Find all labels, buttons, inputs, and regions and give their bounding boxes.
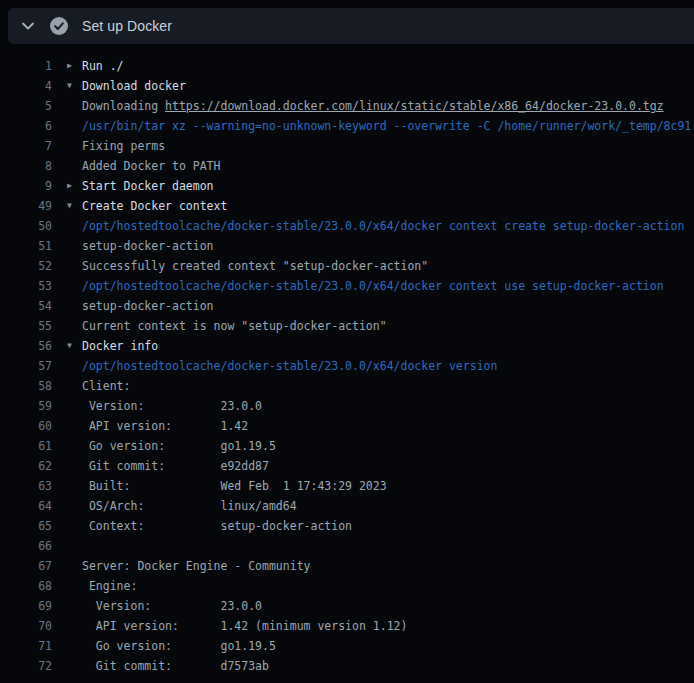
log-line: 66 [0, 536, 694, 556]
log-text: Start Docker daemon [82, 176, 214, 196]
log-text: /opt/hostedtoolcache/docker-stable/23.0.… [82, 356, 497, 376]
log-text: Go version: go1.19.5 [82, 436, 276, 456]
line-number-link[interactable]: 49 [8, 196, 52, 216]
marker-spacer [52, 136, 82, 156]
log-line: 58Client: [0, 376, 694, 396]
marker-spacer [52, 556, 82, 576]
line-number-link[interactable]: 9 [8, 176, 52, 196]
log-text: Git commit: e92dd87 [82, 456, 269, 476]
line-number-link[interactable]: 66 [8, 536, 52, 556]
line-number-link[interactable]: 58 [8, 376, 52, 396]
log-text: Engine: [82, 576, 137, 596]
line-number-link[interactable]: 59 [8, 396, 52, 416]
log-line: 51setup-docker-action [0, 236, 694, 256]
line-number-link[interactable]: 62 [8, 456, 52, 476]
actions-log-page: { "header": { "title": "Set up Docker", … [0, 0, 694, 683]
step-title: Set up Docker [82, 18, 172, 34]
marker-spacer [52, 256, 82, 276]
log-lines: 1▶Run ./4▼Download docker5Downloading ht… [0, 56, 694, 676]
line-number-link[interactable]: 63 [8, 476, 52, 496]
line-number-link[interactable]: 4 [8, 76, 52, 96]
log-text: Version: 23.0.0 [82, 396, 262, 416]
log-text: Added Docker to PATH [82, 156, 220, 176]
log-line: 61 Go version: go1.19.5 [0, 436, 694, 456]
log-line: 60 API version: 1.42 [0, 416, 694, 436]
marker-spacer [52, 596, 82, 616]
group-chevron-down-icon[interactable]: ▼ [52, 76, 82, 96]
log-link[interactable]: https://download.docker.com/linux/static… [165, 99, 664, 113]
log-text: OS/Arch: linux/amd64 [82, 496, 297, 516]
marker-spacer [52, 436, 82, 456]
marker-spacer [52, 156, 82, 176]
line-number-link[interactable]: 6 [8, 116, 52, 136]
marker-spacer [52, 576, 82, 596]
log-line: 70 API version: 1.42 (minimum version 1.… [0, 616, 694, 636]
line-number-link[interactable]: 70 [8, 616, 52, 636]
log-line: 7Fixing perms [0, 136, 694, 156]
log-line: 6/usr/bin/tar xz --warning=no-unknown-ke… [0, 116, 694, 136]
marker-spacer [52, 396, 82, 416]
line-number-link[interactable]: 53 [8, 276, 52, 296]
log-line: 64 OS/Arch: linux/amd64 [0, 496, 694, 516]
line-number-link[interactable]: 8 [8, 156, 52, 176]
line-number-link[interactable]: 60 [8, 416, 52, 436]
log-text: /usr/bin/tar xz --warning=no-unknown-key… [82, 116, 691, 136]
line-number-link[interactable]: 69 [8, 596, 52, 616]
log-line: 55Current context is now "setup-docker-a… [0, 316, 694, 336]
marker-spacer [52, 516, 82, 536]
log-line: 62 Git commit: e92dd87 [0, 456, 694, 476]
group-chevron-right-icon[interactable]: ▶ [52, 56, 82, 76]
log-text: setup-docker-action [82, 296, 214, 316]
group-chevron-right-icon[interactable]: ▶ [52, 176, 82, 196]
line-number-link[interactable]: 56 [8, 336, 52, 356]
log-text: setup-docker-action [82, 236, 214, 256]
log-line: 54setup-docker-action [0, 296, 694, 316]
marker-spacer [52, 296, 82, 316]
marker-spacer [52, 656, 82, 676]
marker-spacer [52, 116, 82, 136]
log-line: 59 Version: 23.0.0 [0, 396, 694, 416]
log-line: 72 Git commit: d7573ab [0, 656, 694, 676]
group-chevron-down-icon[interactable]: ▼ [52, 196, 82, 216]
line-number-link[interactable]: 72 [8, 656, 52, 676]
log-text: Download docker [82, 76, 186, 96]
line-number-link[interactable]: 61 [8, 436, 52, 456]
log-line: 52Successfully created context "setup-do… [0, 256, 694, 276]
line-number-link[interactable]: 52 [8, 256, 52, 276]
log-text: Git commit: d7573ab [82, 656, 269, 676]
marker-spacer [52, 376, 82, 396]
line-number-link[interactable]: 57 [8, 356, 52, 376]
chevron-down-icon[interactable] [20, 18, 36, 34]
log-line: 71 Go version: go1.19.5 [0, 636, 694, 656]
line-number-link[interactable]: 54 [8, 296, 52, 316]
line-number-link[interactable]: 71 [8, 636, 52, 656]
marker-spacer [52, 496, 82, 516]
line-number-link[interactable]: 67 [8, 556, 52, 576]
line-number-link[interactable]: 50 [8, 216, 52, 236]
log-line: 50/opt/hostedtoolcache/docker-stable/23.… [0, 216, 694, 236]
log-text: Server: Docker Engine - Community [82, 556, 310, 576]
log-line[interactable]: 9▶Start Docker daemon [0, 176, 694, 196]
step-header[interactable]: Set up Docker [8, 8, 694, 44]
log-text: Built: Wed Feb 1 17:43:29 2023 [82, 476, 387, 496]
line-number-link[interactable]: 65 [8, 516, 52, 536]
log-line[interactable]: 56▼Docker info [0, 336, 694, 356]
log-line: 57/opt/hostedtoolcache/docker-stable/23.… [0, 356, 694, 376]
line-number-link[interactable]: 64 [8, 496, 52, 516]
line-number-link[interactable]: 68 [8, 576, 52, 596]
log-line: 53/opt/hostedtoolcache/docker-stable/23.… [0, 276, 694, 296]
line-number-link[interactable]: 5 [8, 96, 52, 116]
line-number-link[interactable]: 55 [8, 316, 52, 336]
log-text: Successfully created context "setup-dock… [82, 256, 428, 276]
line-number-link[interactable]: 7 [8, 136, 52, 156]
group-chevron-down-icon[interactable]: ▼ [52, 336, 82, 356]
log-line[interactable]: 49▼Create Docker context [0, 196, 694, 216]
log-line: 69 Version: 23.0.0 [0, 596, 694, 616]
line-number-link[interactable]: 1 [8, 56, 52, 76]
line-number-link[interactable]: 51 [8, 236, 52, 256]
log-line[interactable]: 4▼Download docker [0, 76, 694, 96]
log-line: 65 Context: setup-docker-action [0, 516, 694, 536]
check-circle-icon [50, 17, 68, 35]
log-line[interactable]: 1▶Run ./ [0, 56, 694, 76]
log-text: Run ./ [82, 56, 124, 76]
